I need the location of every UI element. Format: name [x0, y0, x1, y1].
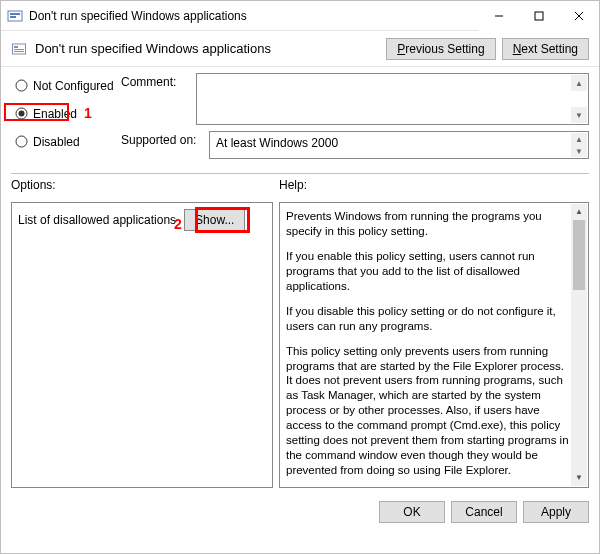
maximize-button[interactable] [519, 1, 559, 31]
radio-not-configured-label: Not Configured [33, 79, 114, 93]
ok-button[interactable]: OK [379, 501, 445, 523]
chevron-up-icon[interactable]: ▲ [571, 133, 587, 145]
chevron-down-icon[interactable]: ▼ [571, 107, 587, 123]
dialog-footer: OK Cancel Apply [1, 494, 599, 530]
options-panel: List of disallowed applications Show... [11, 202, 273, 488]
policy-header: Don't run specified Windows applications… [1, 31, 599, 67]
radio-not-configured[interactable]: Not Configured [15, 75, 121, 97]
help-panel: Prevents Windows from running the progra… [279, 202, 589, 488]
window-title: Don't run specified Windows applications [29, 9, 479, 23]
help-paragraph: Prevents Windows from running the progra… [286, 209, 570, 239]
chevron-down-icon[interactable]: ▼ [571, 145, 587, 157]
cancel-button[interactable]: Cancel [451, 501, 517, 523]
help-paragraph: If you disable this policy setting or do… [286, 304, 570, 334]
help-scrollbar[interactable]: ▲ ▼ [571, 204, 587, 486]
radio-enabled[interactable]: Enabled [15, 103, 121, 125]
apply-button[interactable]: Apply [523, 501, 589, 523]
comment-label: Comment: [121, 73, 196, 125]
close-button[interactable] [559, 1, 599, 31]
title-bar: Don't run specified Windows applications [1, 1, 599, 31]
help-paragraph: If you enable this policy setting, users… [286, 249, 570, 294]
radio-disabled[interactable]: Disabled [15, 131, 121, 153]
next-setting-button[interactable]: Next Setting [502, 38, 589, 60]
help-header: Help: [279, 178, 589, 196]
annotation-label-2: 2 [174, 216, 182, 232]
policy-icon [11, 41, 27, 57]
annotation-label-1: 1 [84, 105, 92, 121]
svg-rect-8 [14, 46, 18, 48]
policy-title: Don't run specified Windows applications [35, 41, 380, 56]
svg-point-11 [16, 80, 27, 91]
radio-disabled-label: Disabled [33, 135, 80, 149]
supported-label: Supported on: [121, 131, 209, 159]
previous-setting-button[interactable]: Previous Setting [386, 38, 495, 60]
chevron-down-icon[interactable]: ▼ [571, 470, 587, 486]
gpo-icon [7, 8, 23, 24]
chevron-up-icon[interactable]: ▲ [571, 75, 587, 91]
svg-rect-10 [14, 51, 24, 52]
radio-enabled-label: Enabled [33, 107, 77, 121]
svg-rect-2 [10, 16, 16, 18]
supported-on-value: At least Windows 2000 [216, 136, 338, 150]
help-paragraph: This policy setting only prevents users … [286, 344, 570, 478]
svg-rect-4 [535, 12, 543, 20]
svg-rect-9 [14, 49, 24, 50]
svg-point-13 [19, 111, 25, 117]
options-header: Options: [11, 178, 273, 196]
supported-on-field: At least Windows 2000 ▲ ▼ [209, 131, 589, 159]
comment-textarea[interactable]: ▲ ▼ [196, 73, 589, 125]
show-button[interactable]: Show... [184, 209, 245, 231]
list-disallowed-label: List of disallowed applications [18, 213, 176, 227]
scrollbar-thumb[interactable] [573, 220, 585, 290]
svg-point-14 [16, 136, 27, 147]
svg-rect-1 [10, 13, 20, 15]
chevron-up-icon[interactable]: ▲ [571, 204, 587, 220]
minimize-button[interactable] [479, 1, 519, 31]
